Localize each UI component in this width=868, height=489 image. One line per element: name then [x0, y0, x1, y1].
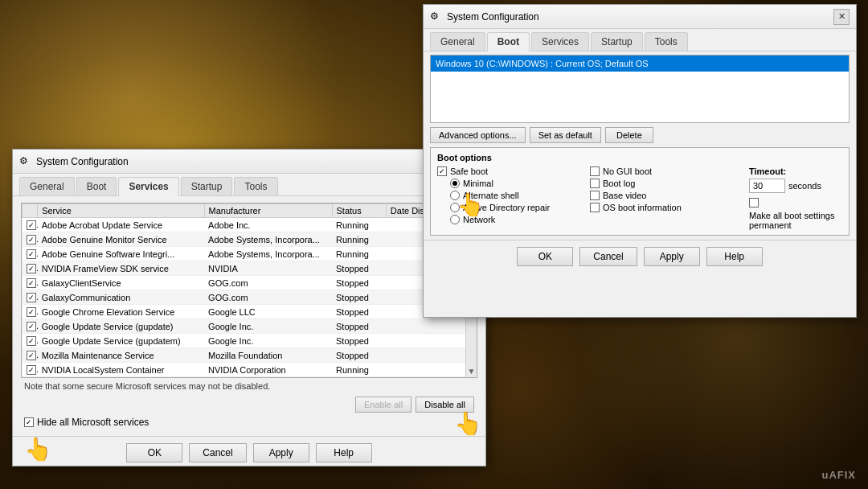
service-date	[386, 377, 465, 378]
boot-footer: OK Cancel Apply Help	[424, 240, 856, 273]
service-checkbox[interactable]	[27, 293, 36, 302]
no-gui-checkbox[interactable]	[590, 166, 600, 176]
timeout-input-row: seconds	[749, 179, 821, 193]
table-row[interactable]: GalaxyCommunication GOG.com Stopped	[23, 290, 465, 305]
boot-log-checkbox[interactable]	[590, 179, 600, 188]
minimal-label: Minimal	[463, 179, 493, 188]
boot-tab-general[interactable]: General	[430, 32, 485, 51]
service-checkbox[interactable]	[27, 365, 36, 375]
boot-col1: Safe boot Minimal Alternate shell Active…	[437, 166, 590, 230]
timeout-input[interactable]	[749, 179, 785, 193]
services-ok-button[interactable]: OK	[126, 443, 182, 462]
timeout-box: Timeout: seconds	[749, 166, 842, 193]
service-status: Stopped	[332, 348, 386, 363]
tab-general[interactable]: General	[19, 177, 75, 195]
table-row[interactable]: Adobe Acrobat Update Service Adobe Inc. …	[23, 218, 465, 232]
tab-boot[interactable]: Boot	[76, 177, 117, 195]
base-video-checkbox[interactable]	[590, 191, 600, 200]
service-checkbox[interactable]	[27, 249, 36, 259]
table-row[interactable]: Google Chrome Elevation Service Google L…	[23, 305, 465, 319]
col-header-status[interactable]: Status	[332, 204, 386, 218]
table-row[interactable]: Google Update Service (gupdatem) Google …	[23, 334, 465, 348]
service-name: Mozilla Maintenance Service	[38, 348, 204, 363]
services-cancel-button[interactable]: Cancel	[189, 443, 246, 462]
service-date	[386, 334, 465, 348]
boot-log-row: Boot log	[590, 179, 743, 188]
minimal-radio[interactable]	[450, 179, 460, 188]
boot-tab-tools[interactable]: Tools	[645, 32, 688, 51]
boot-os-list[interactable]: Windows 10 (C:\WINDOWS) : Current OS; De…	[430, 55, 850, 123]
table-row[interactable]: NVIDIA LocalSystem Container NVIDIA Corp…	[23, 363, 465, 377]
boot-apply-button[interactable]: Apply	[644, 247, 700, 266]
network-row: Network	[437, 215, 590, 224]
boot-close-button[interactable]: ✕	[833, 9, 850, 25]
service-checkbox[interactable]	[27, 351, 36, 360]
tab-startup[interactable]: Startup	[181, 177, 233, 195]
tab-services[interactable]: Services	[118, 177, 178, 196]
service-manufacturer: Adobe Inc.	[204, 218, 332, 232]
service-checkbox[interactable]	[27, 322, 36, 331]
col-header-manufacturer[interactable]: Manufacturer	[204, 204, 332, 218]
service-name: GalaxyClientService	[38, 276, 204, 290]
boot-dialog: ⚙ System Configuration ✕ General Boot Se…	[423, 4, 857, 318]
safe-boot-label: Safe boot	[450, 166, 488, 176]
service-checkbox[interactable]	[27, 278, 36, 288]
service-name: Google Chrome Elevation Service	[38, 305, 204, 319]
make-permanent-checkbox[interactable]	[749, 198, 759, 208]
service-checkbox[interactable]	[27, 336, 36, 346]
active-directory-label: Active Directory repair	[463, 203, 550, 212]
service-status: Running	[332, 363, 386, 377]
tab-tools[interactable]: Tools	[234, 177, 277, 195]
boot-set-default-button[interactable]: Set as default	[530, 127, 601, 143]
services-table-scroll[interactable]: Service Manufacturer Status Date Disable…	[22, 203, 465, 377]
boot-log-label: Boot log	[603, 179, 635, 188]
hide-microsoft-checkbox[interactable]	[24, 417, 34, 427]
boot-os-entry[interactable]: Windows 10 (C:\WINDOWS) : Current OS; De…	[431, 55, 849, 72]
active-directory-radio[interactable]	[450, 203, 460, 212]
service-checkbox[interactable]	[27, 307, 36, 317]
alternate-shell-radio[interactable]	[450, 191, 460, 200]
service-status: Running	[332, 377, 386, 378]
network-radio[interactable]	[450, 215, 460, 224]
boot-cancel-button[interactable]: Cancel	[579, 247, 637, 266]
services-table-container: Service Manufacturer Status Date Disable…	[21, 203, 477, 378]
table-row[interactable]: GalaxyClientService GOG.com Stopped	[23, 276, 465, 290]
boot-help-button[interactable]: Help	[706, 247, 763, 266]
services-apply-button[interactable]: Apply	[253, 443, 309, 462]
boot-ok-button[interactable]: OK	[517, 247, 573, 266]
services-help-button[interactable]: Help	[316, 443, 372, 462]
safe-boot-checkbox[interactable]	[437, 166, 447, 176]
boot-tab-boot[interactable]: Boot	[487, 32, 530, 51]
hide-microsoft-label[interactable]: Hide all Microsoft services	[37, 417, 149, 428]
table-row[interactable]: Mozilla Maintenance Service Mozilla Foun…	[23, 348, 465, 363]
boot-titlebar: ⚙ System Configuration ✕	[424, 5, 856, 29]
boot-advanced-button[interactable]: Advanced options...	[430, 127, 526, 143]
table-row[interactable]: Adobe Genuine Monitor Service Adobe Syst…	[23, 232, 465, 247]
hide-microsoft-row: Hide all Microsoft services	[19, 415, 479, 429]
enable-all-button[interactable]: Enable all	[355, 397, 411, 413]
table-row[interactable]: NVIDIA Display Container LS NVIDIA Corpo…	[23, 377, 465, 378]
make-permanent-row: Make all boot settings permanent	[749, 198, 842, 230]
col-header-service[interactable]: Service	[38, 204, 204, 218]
boot-delete-button[interactable]: Delete	[605, 127, 653, 143]
boot-options-grid: Safe boot Minimal Alternate shell Active…	[437, 166, 842, 230]
service-name: GalaxyCommunication	[38, 290, 204, 305]
services-table: Service Manufacturer Status Date Disable…	[22, 203, 465, 377]
service-manufacturer: GOG.com	[204, 290, 332, 305]
table-row[interactable]: NVIDIA FrameView SDK service NVIDIA Stop…	[23, 261, 465, 276]
service-checkbox[interactable]	[27, 220, 36, 230]
service-checkbox[interactable]	[27, 264, 36, 273]
service-manufacturer: NVIDIA Corporation	[204, 363, 332, 377]
make-permanent-label: Make all boot settings permanent	[749, 211, 842, 230]
disable-all-button[interactable]: Disable all	[416, 397, 474, 413]
services-dialog-title: System Configuration	[36, 156, 129, 167]
service-manufacturer: NVIDIA Corporation	[204, 377, 332, 378]
service-status: Running	[332, 218, 386, 232]
boot-tab-startup[interactable]: Startup	[591, 32, 643, 51]
os-boot-checkbox[interactable]	[590, 203, 600, 212]
table-row[interactable]: Google Update Service (gupdate) Google I…	[23, 319, 465, 334]
service-checkbox[interactable]	[27, 235, 36, 244]
table-row[interactable]: Adobe Genuine Software Integri... Adobe …	[23, 247, 465, 261]
boot-tab-services[interactable]: Services	[531, 32, 589, 51]
boot-col2: No GUI boot Boot log Base video OS boot …	[590, 166, 743, 230]
